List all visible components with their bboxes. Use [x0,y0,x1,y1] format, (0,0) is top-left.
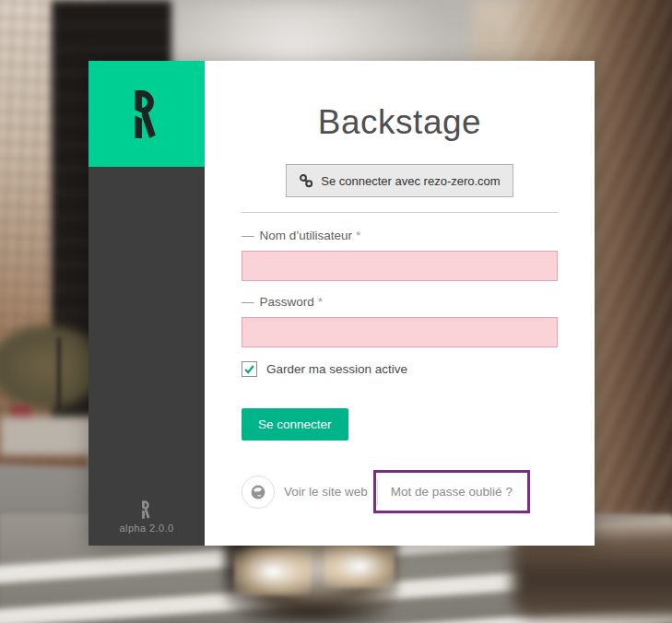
remember-row: Garder ma session active [242,361,558,377]
check-icon [243,363,255,375]
sso-divider [242,212,558,213]
site-link-label: Voir le site web [284,485,368,499]
password-label: —Password* [242,295,558,309]
remember-checkbox[interactable] [242,361,257,377]
login-screen: alpha 2.0.0 Backstage Se connecter avec … [0,0,672,623]
username-label-text: Nom d’utilisateur [260,229,353,242]
globe-icon [250,484,266,500]
login-panel: alpha 2.0.0 Backstage Se connecter avec … [88,61,595,546]
brand-logo-square [88,61,205,167]
link-icon [299,173,313,188]
sso-login-label: Se connecter avec rezo-zero.com [321,174,500,188]
bg-headlight-left [234,547,312,595]
sidebar-footer: alpha 2.0.0 [88,500,205,534]
version-label: alpha 2.0.0 [88,523,205,534]
username-input[interactable] [242,251,558,281]
submit-button[interactable]: Se connecter [242,408,348,441]
login-card: Backstage Se connecter avec rezo-zero.co… [205,61,595,546]
password-required-marker: * [318,295,323,309]
footer-separator [377,478,378,506]
username-label-dash: — [242,229,254,242]
password-label-dash: — [242,295,254,309]
remember-label: Garder ma session active [266,362,407,376]
page-title: Backstage [242,103,558,142]
site-link[interactable]: Voir le site web [242,476,368,509]
username-label: —Nom d’utilisateur* [242,229,558,242]
username-required-marker: * [356,229,360,242]
sso-login-button[interactable]: Se connecter avec rezo-zero.com [286,164,513,197]
globe-circle [242,476,275,509]
password-input[interactable] [242,317,558,347]
brand-sidebar: alpha 2.0.0 [88,61,205,546]
password-label-text: Password [260,295,314,309]
bg-headlight-right [324,544,395,588]
sso-row: Se connecter avec rezo-zero.com [242,164,558,197]
forgot-password-link[interactable]: Mot de passe oublié ? [373,470,530,513]
footer-links: Voir le site web Mot de passe oublié ? [242,470,558,513]
roadiz-r-small-icon [140,500,153,519]
roadiz-r-icon [130,89,164,139]
